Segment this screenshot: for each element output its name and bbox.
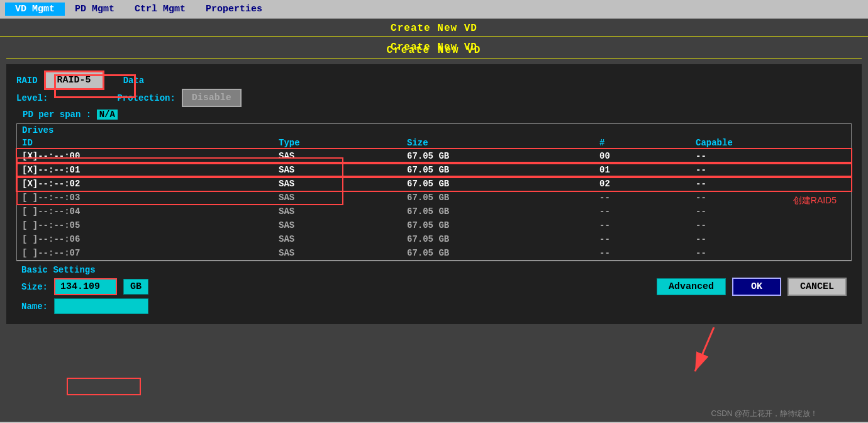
drive-row-4[interactable]: [ ]--:--:04 SAS 67.05 GB -- -- xyxy=(17,205,851,218)
content-area: RAID RAID-5 Data Level: Protection: Disa… xyxy=(6,64,862,324)
drive-size-4: 67.05 GB xyxy=(402,205,594,218)
menu-item-properties[interactable]: Properties xyxy=(196,3,272,16)
title-label: Create New VD xyxy=(391,42,477,53)
drive-id-1: [X]--:--:01 xyxy=(17,163,274,177)
drive-capable-2: -- xyxy=(691,177,851,191)
drives-header-row: ID Type Size # Capable xyxy=(17,137,851,149)
size-input-highlight xyxy=(67,378,141,395)
drive-num-3: -- xyxy=(594,191,691,205)
drive-num-4: -- xyxy=(594,205,691,218)
drive-row-selected-0[interactable]: [X]--:--:00 SAS 67.05 GB 00 -- xyxy=(17,149,851,163)
col-header-type: Type xyxy=(274,137,402,149)
name-label: Name: xyxy=(21,302,48,312)
drives-section: Drives ID Type Size # Capable [X]--:--:0… xyxy=(16,123,852,261)
drive-capable-4: -- xyxy=(691,205,851,218)
data-label: Data xyxy=(123,76,145,86)
watermark: CSDN @荷上花开，静待绽放！ xyxy=(711,409,818,419)
col-header-capable: Capable xyxy=(691,137,851,149)
cancel-button[interactable]: CANCEL xyxy=(787,278,847,296)
drive-id-0: [X]--:--:00 xyxy=(17,149,274,163)
drive-num-5: -- xyxy=(594,218,691,232)
drive-size-5: 67.05 GB xyxy=(402,218,594,232)
drive-type-5: SAS xyxy=(274,218,402,232)
size-label: Size: xyxy=(21,282,48,292)
drive-capable-1: -- xyxy=(691,163,851,177)
raid-level-row: RAID RAID-5 Data xyxy=(16,70,852,90)
drives-label: Drives xyxy=(17,124,851,137)
menu-item-pd-mgmt[interactable]: PD Mgmt xyxy=(65,3,125,16)
drive-row-selected-2[interactable]: [X]--:--:02 SAS 67.05 GB 02 -- xyxy=(17,177,851,191)
protection-label: Protection: xyxy=(117,93,175,103)
raid-level-button[interactable]: RAID-5 xyxy=(44,70,104,90)
drive-size-6: 67.05 GB xyxy=(402,232,594,246)
drive-num-7: -- xyxy=(594,246,691,260)
drive-id-2: [X]--:--:02 xyxy=(17,177,274,191)
size-input[interactable] xyxy=(54,278,117,295)
name-row: Name: xyxy=(21,298,847,314)
drive-num-0: 00 xyxy=(594,149,691,163)
drive-capable-0: -- xyxy=(691,149,851,163)
drive-type-4: SAS xyxy=(274,205,402,218)
drive-capable-6: -- xyxy=(691,232,851,246)
pd-span-label: PD per span : xyxy=(23,110,91,120)
pd-span-value: N/A xyxy=(97,110,118,120)
drive-num-2: 02 xyxy=(594,177,691,191)
data-protection-button[interactable]: Disable xyxy=(182,89,242,107)
drive-size-3: 67.05 GB xyxy=(402,191,594,205)
menu-item-ctrl-mgmt[interactable]: Ctrl Mgmt xyxy=(125,3,196,16)
drive-id-6: [ ]--:--:06 xyxy=(17,232,274,246)
main-area: Create New VD Create New VD Create New V… xyxy=(0,19,868,422)
drive-type-6: SAS xyxy=(274,232,402,246)
ok-button[interactable]: OK xyxy=(732,278,781,296)
gb-button[interactable]: GB xyxy=(123,279,148,295)
menu-bar: VD Mgmt PD Mgmt Ctrl Mgmt Properties xyxy=(0,0,868,19)
drive-row-selected-1[interactable]: [X]--:--:01 SAS 67.05 GB 01 -- xyxy=(17,163,851,177)
drive-type-0: SAS xyxy=(274,149,402,163)
drive-row-3[interactable]: [ ]--:--:03 SAS 67.05 GB -- -- xyxy=(17,191,851,205)
drive-num-6: -- xyxy=(594,232,691,246)
basic-settings-label: Basic Settings xyxy=(21,265,847,275)
raid-protection-row: Level: Protection: Disable xyxy=(16,89,852,107)
col-header-num: # xyxy=(594,137,691,149)
advanced-button[interactable]: Advanced xyxy=(657,278,726,295)
drive-capable-7: -- xyxy=(691,246,851,260)
drive-type-1: SAS xyxy=(274,163,402,177)
drive-type-3: SAS xyxy=(274,191,402,205)
col-header-size: Size xyxy=(402,137,594,149)
drive-id-4: [ ]--:--:04 xyxy=(17,205,274,218)
drive-size-7: 67.05 GB xyxy=(402,246,594,260)
drive-type-2: SAS xyxy=(274,177,402,191)
drive-capable-5: -- xyxy=(691,218,851,232)
drive-row-6[interactable]: [ ]--:--:06 SAS 67.05 GB -- -- xyxy=(17,232,851,246)
svg-line-1 xyxy=(695,327,714,371)
drive-id-5: [ ]--:--:05 xyxy=(17,218,274,232)
name-input[interactable] xyxy=(54,298,148,314)
dialog-title: Create New VD Create New VD xyxy=(0,19,868,37)
drives-table: ID Type Size # Capable [X]--:--:00 SAS 6… xyxy=(17,137,851,260)
size-row: Size: GB Advanced OK CANCEL xyxy=(21,278,847,296)
drive-row-5[interactable]: [ ]--:--:05 SAS 67.05 GB -- -- xyxy=(17,218,851,232)
drive-size-2: 67.05 GB xyxy=(402,177,594,191)
drive-id-7: [ ]--:--:07 xyxy=(17,246,274,260)
drive-size-1: 67.05 GB xyxy=(402,163,594,177)
drive-id-3: [ ]--:--:03 xyxy=(17,191,274,205)
drive-type-7: SAS xyxy=(274,246,402,260)
col-header-id: ID xyxy=(17,137,274,149)
title-text: Create New VD xyxy=(391,23,477,34)
drive-size-0: 67.05 GB xyxy=(402,149,594,163)
drive-num-1: 01 xyxy=(594,163,691,177)
level-label: Level: xyxy=(16,93,48,103)
drive-row-7[interactable]: [ ]--:--:07 SAS 67.05 GB -- -- xyxy=(17,246,851,260)
raid-label: RAID xyxy=(16,76,38,86)
menu-item-vd-mgmt[interactable]: VD Mgmt xyxy=(5,3,65,16)
annotation-cn: 创建RAID5 xyxy=(793,195,837,206)
pd-per-span-row: PD per span : N/A xyxy=(16,110,852,120)
basic-settings-section: Basic Settings Size: GB Advanced OK CANC… xyxy=(16,261,852,318)
arrow-svg xyxy=(676,327,726,390)
